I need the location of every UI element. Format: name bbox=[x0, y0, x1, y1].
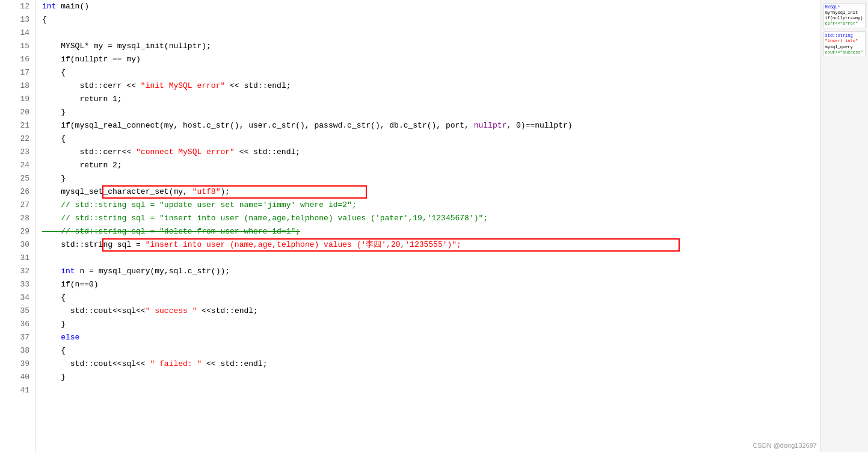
line-number: 32 bbox=[6, 265, 29, 278]
code-line: if(n==0) bbox=[42, 278, 814, 291]
code-container: 1213141516171819202122232425262728293031… bbox=[0, 0, 868, 452]
line-numbers: 1213141516171819202122232425262728293031… bbox=[0, 0, 36, 452]
line-number: 36 bbox=[6, 318, 29, 331]
code-line: // std::string sql = "update user set na… bbox=[42, 199, 814, 212]
code-line: std::cerr << "init MySQL error" << std::… bbox=[42, 79, 814, 93]
code-line bbox=[42, 26, 814, 40]
line-number: 21 bbox=[6, 119, 29, 132]
code-line: } bbox=[42, 371, 814, 384]
line-number: 41 bbox=[6, 384, 29, 397]
code-line bbox=[42, 384, 814, 397]
watermark: CSDN @dong132697 bbox=[753, 442, 817, 449]
line-number: 29 bbox=[6, 225, 29, 238]
code-line: // std::string sql = "insert into user (… bbox=[42, 212, 814, 225]
sidebar-right: MYSQL* my=mysql_init if(nullptr==my) cer… bbox=[820, 0, 868, 452]
code-line: mysql_set_character_set(my, "utf8"); bbox=[42, 185, 814, 199]
code-line: int main() bbox=[42, 0, 814, 13]
code-line: else bbox=[42, 331, 814, 344]
code-line: { bbox=[42, 344, 814, 358]
line-number: 33 bbox=[6, 278, 29, 291]
line-number: 40 bbox=[6, 371, 29, 384]
line-number: 34 bbox=[6, 291, 29, 305]
line-number: 15 bbox=[6, 40, 29, 53]
line-number: 30 bbox=[6, 238, 29, 252]
line-number: 37 bbox=[6, 331, 29, 344]
code-line: std::string sql = "insert into user (nam… bbox=[42, 238, 814, 252]
line-number: 14 bbox=[6, 26, 29, 40]
line-number: 12 bbox=[6, 0, 29, 13]
code-area: int main(){ MYSQL* my = mysql_init(nullp… bbox=[36, 0, 820, 452]
line-number: 31 bbox=[6, 252, 29, 265]
code-line: } bbox=[42, 172, 814, 185]
code-line: return 1; bbox=[42, 93, 814, 106]
line-number: 27 bbox=[6, 199, 29, 212]
line-number: 20 bbox=[6, 106, 29, 119]
code-line: return 2; bbox=[42, 159, 814, 172]
line-number: 18 bbox=[6, 79, 29, 93]
code-line: // std::string sql = "delete from user w… bbox=[42, 225, 814, 238]
line-number: 25 bbox=[6, 172, 29, 185]
line-number: 39 bbox=[6, 358, 29, 371]
code-line: { bbox=[42, 291, 814, 305]
code-line: { bbox=[42, 132, 814, 146]
sidebar-mini-1: MYSQL* my=mysql_init if(nullptr==my) cer… bbox=[823, 3, 866, 28]
line-number: 28 bbox=[6, 212, 29, 225]
code-line: MYSQL* my = mysql_init(nullptr); bbox=[42, 40, 814, 53]
line-number: 16 bbox=[6, 53, 29, 66]
line-number: 22 bbox=[6, 132, 29, 146]
code-line: { bbox=[42, 13, 814, 26]
line-number: 24 bbox=[6, 159, 29, 172]
line-number: 13 bbox=[6, 13, 29, 26]
code-line: } bbox=[42, 106, 814, 119]
code-line: if(nullptr == my) bbox=[42, 53, 814, 66]
line-number: 17 bbox=[6, 66, 29, 79]
code-line: { bbox=[42, 66, 814, 79]
code-line bbox=[42, 252, 814, 265]
line-number: 19 bbox=[6, 93, 29, 106]
code-line: int n = mysql_query(my,sql.c_str()); bbox=[42, 265, 814, 278]
line-number: 38 bbox=[6, 344, 29, 358]
sidebar-mini-2: std::string "insert into" mysql_query co… bbox=[823, 31, 866, 57]
code-line: std::cout<<sql<< " failed: " << std::end… bbox=[42, 358, 814, 371]
line-number: 23 bbox=[6, 146, 29, 159]
code-line: std::cerr<< "connect MySQL error" << std… bbox=[42, 146, 814, 159]
line-number: 35 bbox=[6, 305, 29, 318]
line-number: 26 bbox=[6, 185, 29, 199]
code-line: if(mysql_real_connect(my, host.c_str(), … bbox=[42, 119, 814, 132]
code-line: std::cout<<sql<<" success " <<std::endl; bbox=[42, 305, 814, 318]
code-line: } bbox=[42, 318, 814, 331]
